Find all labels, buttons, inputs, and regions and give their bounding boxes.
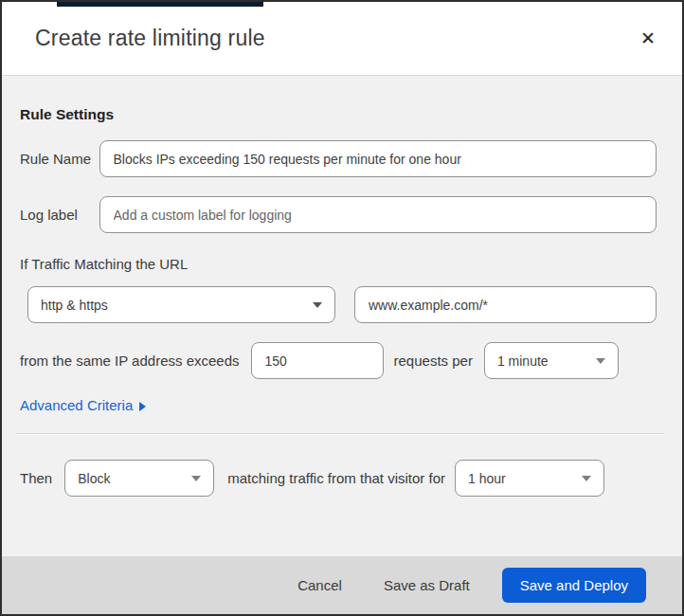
rule-name-label: Rule Name [20,151,99,167]
then-text: Then [20,470,52,486]
section-divider [15,433,664,435]
chevron-down-icon [582,476,591,481]
url-pattern-input[interactable] [354,286,657,323]
log-label-row: Log label [20,196,657,233]
traffic-match-heading: If Traffic Matching the URL [20,256,657,272]
rule-settings-heading: Rule Settings [20,106,657,123]
chevron-down-icon [191,476,201,481]
chevron-down-icon [313,302,322,308]
duration-select[interactable]: 1 hour [455,460,604,497]
scheme-url-row: http & https [20,286,657,323]
cancel-button[interactable]: Cancel [288,570,351,601]
duration-select-value: 1 hour [468,471,506,486]
period-select-value: 1 minute [497,353,549,369]
top-accent-strip [57,2,263,7]
dialog-footer: Cancel Save as Draft Save and Deploy [2,556,682,614]
action-select[interactable]: Block [64,460,214,497]
dialog-title: Create rate limiting rule [35,26,265,51]
threshold-prefix-text: from the same IP address exceeds [20,353,240,369]
rule-name-input[interactable] [99,140,657,177]
action-select-value: Block [78,471,110,486]
scheme-select-value: http & https [41,298,108,313]
dialog-body: Rule Settings Rule Name Log label If Tra… [2,76,682,497]
requests-per-text: requests per [394,353,473,369]
advanced-criteria-label: Advanced Criteria [20,397,133,413]
period-select[interactable]: 1 minute [484,342,619,379]
log-label-label: Log label [20,207,99,223]
create-rate-limiting-rule-dialog: Create rate limiting rule ✕ Rule Setting… [0,0,684,616]
action-row: Then Block matching traffic from that vi… [20,460,657,497]
action-middle-text: matching traffic from that visitor for [227,470,445,486]
dialog-header: Create rate limiting rule ✕ [2,2,682,76]
close-icon[interactable]: ✕ [635,26,661,51]
chevron-down-icon [596,358,605,364]
save-and-deploy-button[interactable]: Save and Deploy [502,568,646,603]
requests-count-input[interactable] [251,342,384,379]
save-as-draft-button[interactable]: Save as Draft [374,570,479,601]
advanced-criteria-link[interactable]: Advanced Criteria [20,397,146,413]
log-label-input[interactable] [99,196,657,233]
rule-name-row: Rule Name [20,140,657,177]
chevron-right-icon [139,402,146,411]
threshold-row: from the same IP address exceeds request… [20,342,657,379]
scheme-select[interactable]: http & https [27,286,335,323]
